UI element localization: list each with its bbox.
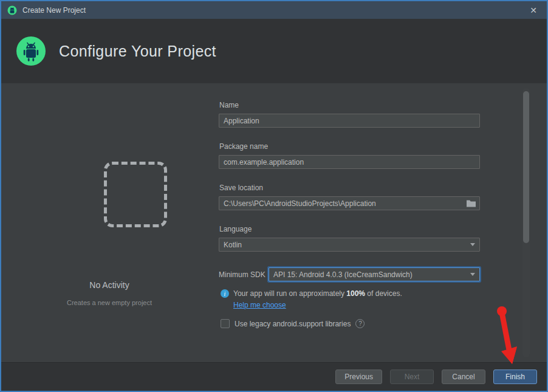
- name-label: Name: [219, 101, 480, 109]
- wizard-header: Configure Your Project: [1, 19, 547, 83]
- name-input[interactable]: [219, 114, 480, 128]
- save-location-input[interactable]: [219, 196, 480, 210]
- language-label: Language: [219, 225, 480, 233]
- chevron-down-icon: [470, 243, 475, 246]
- page-title: Configure Your Project: [59, 43, 216, 60]
- min-sdk-row: Minimum SDK API 15: Android 4.0.3 (IceCr…: [219, 267, 480, 281]
- no-activity-preview: [104, 162, 167, 227]
- main-content: No Activity Creates a new empty project …: [1, 83, 547, 362]
- window-title: Create New Project: [22, 6, 86, 15]
- android-logo-icon: [16, 36, 46, 66]
- save-location-label: Save location: [219, 184, 480, 192]
- sdk-info-percent: 100%: [346, 289, 365, 298]
- language-select[interactable]: Kotlin: [219, 238, 480, 252]
- android-studio-icon: [7, 5, 17, 15]
- legacy-support-checkbox[interactable]: [221, 319, 230, 328]
- project-form: Name Package name Save location Language…: [219, 83, 480, 328]
- template-name: No Activity: [1, 280, 217, 290]
- close-icon[interactable]: ✕: [527, 5, 539, 16]
- button-bar: Previous Next Cancel Finish: [1, 362, 547, 391]
- finish-button[interactable]: Finish: [493, 370, 537, 384]
- save-location-field: [219, 196, 480, 210]
- folder-icon[interactable]: [466, 199, 476, 208]
- template-description: Creates a new empty project: [1, 299, 217, 306]
- min-sdk-select[interactable]: API 15: Android 4.0.3 (IceCreamSandwich): [269, 267, 480, 281]
- title-bar: Create New Project ✕: [1, 1, 547, 19]
- legacy-support-row: Use legacy android.support libraries ?: [221, 319, 480, 328]
- legacy-support-label: Use legacy android.support libraries: [235, 320, 351, 328]
- package-name-label: Package name: [219, 142, 480, 151]
- next-button[interactable]: Next: [390, 370, 434, 384]
- language-value: Kotlin: [224, 241, 242, 249]
- min-sdk-value: API 15: Android 4.0.3 (IceCreamSandwich): [273, 270, 413, 279]
- help-me-choose-link[interactable]: Help me choose: [233, 301, 286, 309]
- sdk-info-row: i Your app will run on approximately 100…: [221, 289, 480, 298]
- info-icon: i: [221, 289, 229, 298]
- package-name-input[interactable]: [219, 155, 480, 169]
- previous-button[interactable]: Previous: [335, 370, 382, 384]
- scrollbar-thumb[interactable]: [523, 91, 529, 243]
- help-circle-icon[interactable]: ?: [355, 319, 365, 328]
- cancel-button[interactable]: Cancel: [442, 370, 485, 384]
- min-sdk-label: Minimum SDK: [219, 270, 269, 279]
- sdk-info-text: Your app will run on approximately 100% …: [233, 289, 402, 298]
- chevron-down-icon: [470, 273, 475, 276]
- scrollbar[interactable]: [522, 88, 530, 357]
- template-preview-panel: No Activity Creates a new empty project: [1, 83, 217, 362]
- create-new-project-dialog: Create New Project ✕ Configure Your Proj…: [0, 0, 548, 392]
